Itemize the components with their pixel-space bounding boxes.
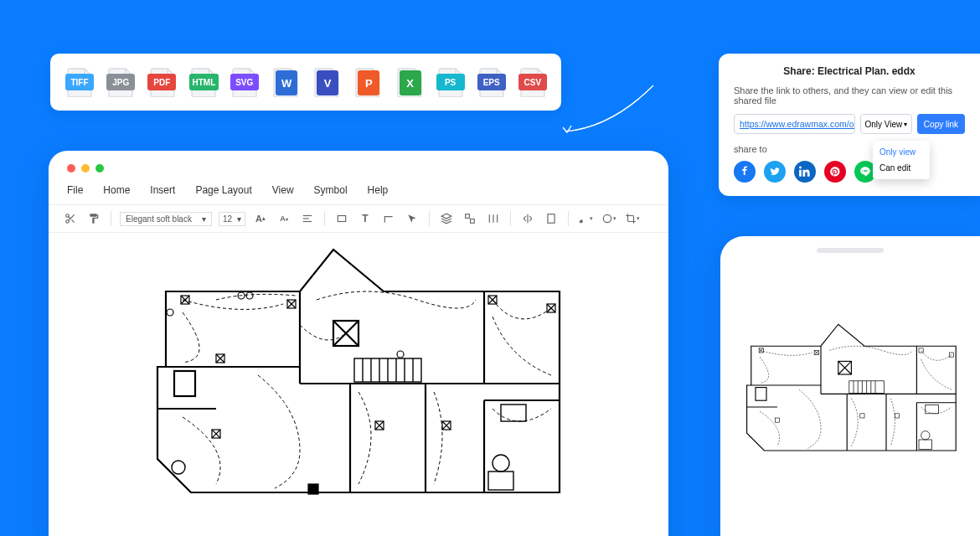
share-url-input[interactable]: https://www.edrawmax.com/online/files: [734, 114, 855, 134]
share-to-label: share to: [734, 144, 965, 154]
export-format-w[interactable]: W: [271, 65, 299, 99]
svg-line-39: [71, 219, 74, 222]
connector-arrow: [561, 77, 670, 144]
linkedin-share-icon[interactable]: [794, 161, 816, 183]
social-share-row: [734, 161, 965, 183]
menu-bar: FileHomeInsertPage LayoutViewSymbolHelp: [49, 179, 668, 205]
format-doc-icon: X: [400, 70, 421, 95]
export-format-p[interactable]: P: [353, 65, 381, 99]
format-doc-icon: W: [276, 70, 297, 95]
svg-point-106: [397, 351, 404, 358]
svg-rect-47: [471, 219, 475, 224]
svg-point-105: [167, 309, 173, 316]
export-format-pdf[interactable]: PDF: [147, 65, 175, 99]
facebook-share-icon[interactable]: [734, 161, 756, 183]
increase-font-icon[interactable]: A▴: [252, 210, 269, 227]
floor-plan-diagram: [132, 241, 585, 518]
export-format-ps[interactable]: PS: [436, 65, 464, 99]
font-size-select[interactable]: 12▾: [219, 212, 245, 226]
cut-icon[interactable]: [62, 210, 79, 227]
connector-tool-icon[interactable]: [380, 210, 397, 227]
export-format-jpg[interactable]: JPG: [106, 65, 134, 99]
svg-rect-46: [466, 214, 470, 219]
floor-plan-diagram-mobile: [734, 320, 968, 479]
format-badge: TIFF: [65, 74, 94, 90]
svg-rect-140: [895, 414, 899, 418]
svg-point-104: [246, 292, 253, 299]
permission-select[interactable]: Only View▾: [860, 114, 912, 134]
svg-line-40: [69, 217, 70, 219]
export-format-eps[interactable]: EPS: [477, 65, 505, 99]
window-controls: [49, 151, 668, 179]
line-color-icon[interactable]: ▾: [601, 210, 617, 227]
export-format-html[interactable]: HTML: [189, 65, 217, 99]
export-format-tiff[interactable]: TIFF: [65, 65, 93, 99]
format-badge: EPS: [477, 74, 506, 90]
pinterest-share-icon[interactable]: [824, 161, 846, 183]
permission-dropdown: Only view Can edit: [873, 141, 930, 179]
decrease-font-icon[interactable]: A▾: [276, 210, 292, 227]
svg-rect-136: [919, 348, 923, 353]
format-badge: JPG: [106, 74, 135, 90]
format-doc-icon: P: [358, 70, 379, 95]
export-format-csv[interactable]: CSV: [518, 65, 546, 99]
toolbar: Elegant soft black▾ 12▾ A▴ A▾ T ▾ ▾ ▾: [49, 205, 668, 233]
permission-option-edit[interactable]: Can edit: [873, 160, 930, 176]
fill-color-icon[interactable]: ▾: [577, 210, 594, 227]
svg-rect-129: [919, 440, 932, 449]
format-badge: CSV: [518, 74, 547, 90]
pointer-tool-icon[interactable]: [404, 210, 420, 227]
flip-icon[interactable]: [519, 210, 536, 227]
svg-marker-45: [441, 214, 451, 219]
svg-rect-102: [308, 484, 318, 494]
align-icon[interactable]: [299, 210, 316, 227]
phone-speaker: [817, 248, 884, 253]
menu-view[interactable]: View: [272, 184, 294, 196]
export-format-v[interactable]: V: [312, 65, 340, 99]
svg-rect-74: [501, 405, 526, 421]
svg-rect-138: [775, 418, 779, 422]
close-icon[interactable]: [67, 164, 75, 173]
format-badge: SVG: [230, 74, 259, 90]
copy-link-button[interactable]: Copy link: [917, 114, 965, 134]
menu-home[interactable]: Home: [103, 184, 130, 196]
twitter-share-icon[interactable]: [764, 161, 786, 183]
share-description: Share the link to others, and they can v…: [734, 85, 965, 106]
format-doc-icon: V: [317, 70, 338, 95]
menu-symbol[interactable]: Symbol: [314, 184, 348, 196]
permission-option-view[interactable]: Only view: [873, 144, 930, 160]
format-badge: PDF: [147, 74, 176, 90]
distribute-icon[interactable]: [485, 210, 502, 227]
menu-page-layout[interactable]: Page Layout: [195, 184, 251, 196]
format-badge: HTML: [189, 74, 219, 90]
export-format-svg[interactable]: SVG: [230, 65, 258, 99]
share-panel: Share: Electrical Plan. eddx Share the l…: [719, 54, 980, 196]
menu-help[interactable]: Help: [368, 184, 389, 196]
rectangle-tool-icon[interactable]: [333, 210, 350, 227]
arrange-icon[interactable]: [462, 210, 478, 227]
crop-icon[interactable]: ▾: [624, 210, 641, 227]
menu-file[interactable]: File: [67, 184, 83, 196]
page-icon[interactable]: [543, 210, 560, 227]
svg-rect-62: [174, 371, 195, 396]
svg-rect-137: [949, 353, 953, 357]
maximize-icon[interactable]: [95, 164, 104, 173]
canvas[interactable]: [49, 233, 668, 536]
svg-rect-51: [548, 214, 554, 224]
menu-insert[interactable]: Insert: [150, 184, 175, 196]
format-painter-icon[interactable]: [85, 210, 102, 227]
font-select[interactable]: Elegant soft black▾: [120, 212, 212, 226]
export-format-x[interactable]: X: [395, 65, 422, 99]
minimize-icon[interactable]: [81, 164, 90, 173]
svg-rect-139: [860, 414, 864, 418]
text-tool-icon[interactable]: T: [357, 210, 374, 227]
svg-point-36: [66, 214, 70, 218]
svg-rect-76: [488, 472, 513, 490]
export-formats-bar: TIFFJPGPDFHTMLSVGWVPXPSEPSCSV: [50, 54, 561, 111]
svg-point-52: [603, 214, 611, 222]
svg-rect-127: [926, 405, 939, 413]
layers-icon[interactable]: [438, 210, 455, 227]
svg-point-128: [921, 431, 930, 440]
mobile-preview: [720, 236, 980, 536]
svg-point-37: [66, 220, 70, 224]
